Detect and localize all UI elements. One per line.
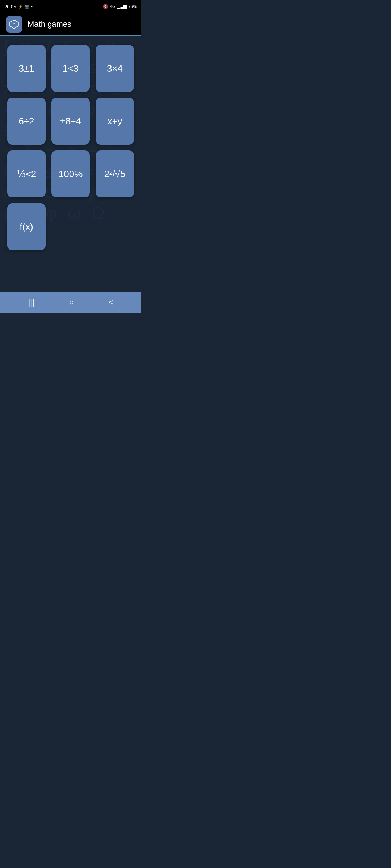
game-card-algebra[interactable]: x+y: [96, 98, 134, 145]
page: ∫ π √ ∑ ± × ÷ ∞ θ Δ ≤ ≥ ≠ ∈ ∂ ∇ α β γ λ …: [0, 0, 141, 313]
app-header: 7 2 5 4 Math games: [0, 13, 141, 36]
svg-text:2: 2: [11, 25, 12, 27]
dot-indicator: •: [31, 4, 33, 9]
nav-bar: ||| ○ <: [0, 292, 141, 313]
svg-text:4: 4: [16, 25, 17, 27]
time-display: 20:05: [4, 4, 16, 9]
network-label: 4G: [110, 4, 115, 9]
mute-icon: 🔇: [103, 4, 108, 9]
game-card-functions[interactable]: f(x): [7, 203, 46, 250]
nav-recent-icon[interactable]: |||: [28, 298, 34, 307]
card-label-powers: 2²/√5: [104, 169, 125, 180]
nav-home-icon[interactable]: ○: [69, 298, 74, 307]
card-label-fraction: ⅓<2: [17, 169, 37, 180]
status-bar: 20:05 ⚡ 📷 • 🔇 4G ▂▄▆ 79%: [0, 0, 141, 13]
game-card-comparison[interactable]: 1<3: [51, 45, 90, 92]
status-icons: ⚡ 📷: [18, 4, 29, 9]
card-label-comparison: 1<3: [63, 63, 79, 74]
card-label-percentage: 100%: [59, 169, 83, 180]
game-card-addition[interactable]: 3±1: [7, 45, 46, 92]
game-card-division[interactable]: 6÷2: [7, 98, 46, 145]
card-label-multiplication: 3×4: [107, 63, 123, 74]
card-label-mixed-division: ±8÷4: [60, 116, 81, 127]
game-grid: 3±1 1<3 3×4 6÷2 ±8÷4 x+y ⅓<2 1: [7, 45, 134, 197]
battery-level: 79%: [128, 4, 137, 9]
signal-bars: ▂▄▆: [117, 4, 127, 9]
app-icon: 7 2 5 4: [6, 16, 22, 33]
game-card-multiplication[interactable]: 3×4: [96, 45, 134, 92]
game-card-mixed-division[interactable]: ±8÷4: [51, 98, 90, 145]
card-label-addition: 3±1: [18, 63, 34, 74]
game-card-powers[interactable]: 2²/√5: [96, 150, 134, 197]
game-card-fraction[interactable]: ⅓<2: [7, 150, 46, 197]
status-right: 🔇 4G ▂▄▆ 79%: [103, 4, 137, 9]
status-left: 20:05 ⚡ 📷 •: [4, 4, 33, 9]
app-title: Math games: [28, 20, 71, 29]
svg-text:5: 5: [14, 25, 15, 27]
game-grid-row4: f(x): [7, 203, 134, 250]
content-area: 3±1 1<3 3×4 6÷2 ±8÷4 x+y ⅓<2 1: [0, 36, 141, 292]
card-label-functions: f(x): [20, 221, 33, 233]
card-label-algebra: x+y: [107, 116, 122, 127]
nav-back-icon[interactable]: <: [108, 298, 113, 307]
card-label-division: 6÷2: [18, 116, 34, 127]
game-card-percentage[interactable]: 100%: [51, 150, 90, 197]
